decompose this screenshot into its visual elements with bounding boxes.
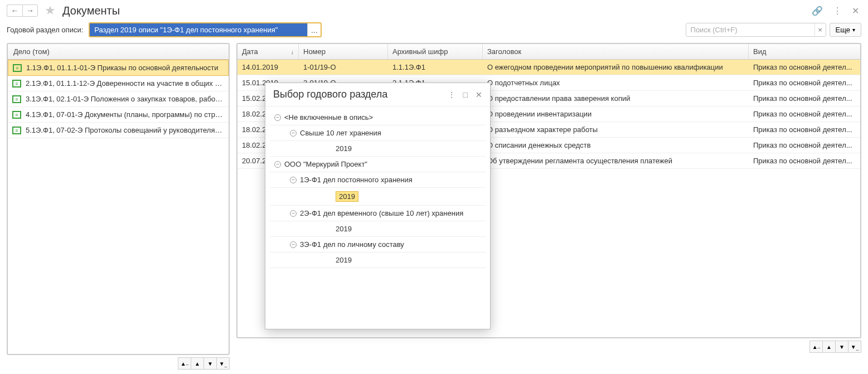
th-shifr[interactable]: Архивный шифр — [388, 44, 483, 59]
list-item-label: 5.1Э.Ф1, 07-02-Э Протоколы совещаний у р… — [26, 126, 224, 134]
cell-vid: Приказ по основной деятел... — [749, 106, 860, 122]
list-item-label: 1.1Э.Ф1, 01.1.1-01-Э Приказы по основной… — [26, 64, 219, 72]
cell-shifr: 1.1.1Э.Ф1 — [388, 60, 483, 75]
tree-label: 2019 — [336, 144, 352, 153]
pager-first-r[interactable]: ▲_ — [809, 341, 823, 353]
dialog-tree: –<Не включенные в опись>–Свыше 10 лет хр… — [265, 106, 490, 271]
tree-row[interactable]: –Свыше 10 лет хранения — [270, 125, 486, 141]
pager-down-r[interactable]: ▼ — [835, 341, 848, 353]
cell-title: О проведении инвентаризации — [483, 106, 749, 122]
folder-icon: ≡ — [12, 111, 21, 119]
left-list: ≡1.1Э.Ф1, 01.1.1-01-Э Приказы по основно… — [8, 60, 229, 354]
folder-icon: ≡ — [13, 64, 22, 72]
pager-down[interactable]: ▼ — [203, 357, 217, 370]
th-num[interactable]: Номер — [299, 44, 388, 59]
tree-row[interactable]: –2Э-Ф1 дел временного (свыше 10 лет) хра… — [270, 206, 486, 221]
tree-row[interactable]: –1Э-Ф1 дел постоянного хранения — [270, 172, 486, 188]
cell-num: 1-01/19-О — [299, 60, 388, 75]
selector-label: Годовой раздел описи: — [7, 26, 83, 34]
tree-collapse-icon[interactable]: – — [290, 241, 297, 248]
folder-icon: ≡ — [12, 95, 21, 103]
tree-row[interactable]: –ООО "Меркурий Проект" — [270, 157, 486, 172]
tree-row[interactable]: 2019 — [270, 252, 486, 268]
dialog-kebab-icon[interactable]: ⋮ — [448, 90, 455, 99]
list-item-label: 4.1Э.Ф1, 07-01-Э Документы (планы, прогр… — [26, 110, 224, 119]
year-section-input[interactable] — [90, 23, 307, 36]
tree-collapse-icon[interactable]: – — [290, 210, 297, 217]
close-icon[interactable]: ✕ — [850, 4, 861, 17]
nav-back-button[interactable]: ← — [7, 4, 22, 17]
dialog-header: Выбор годового раздела ⋮ □ ✕ — [265, 83, 490, 106]
tree-label: 2Э-Ф1 дел временного (свыше 10 лет) хран… — [300, 209, 463, 217]
year-section-open-btn[interactable]: ... — [307, 23, 321, 36]
favorite-star-icon[interactable]: ★ — [45, 3, 56, 18]
tree-row[interactable]: –3Э-Ф1 дел по личному составу — [270, 237, 486, 252]
cell-vid: Приказ по основной деятел... — [749, 138, 860, 153]
tree-row[interactable]: 2019 — [270, 221, 486, 237]
tree-label: 2019 — [336, 256, 352, 264]
cell-title: О ежегодном проведении мероприятий по по… — [483, 60, 749, 75]
left-list-header[interactable]: Дело (том) — [8, 44, 229, 60]
th-title[interactable]: Заголовок — [483, 44, 749, 59]
list-item[interactable]: ≡2.1Э.Ф1, 01.1.1-12-Э Доверенности на уч… — [8, 76, 229, 91]
cell-vid: Приказ по основной деятел... — [749, 122, 860, 137]
year-section-dialog: Выбор годового раздела ⋮ □ ✕ –<Не включе… — [265, 82, 491, 329]
tree-row[interactable]: –<Не включенные в опись> — [270, 110, 486, 125]
pager-up[interactable]: ▲ — [191, 357, 204, 370]
left-panel: Дело (том) ≡1.1Э.Ф1, 01.1.1-01-Э Приказы… — [7, 43, 230, 355]
toolbar: Годовой раздел описи: ... × Еще ▾ — [0, 20, 868, 43]
dialog-title: Выбор годового раздела — [273, 89, 387, 100]
cell-vid: Приказ по основной деятел... — [749, 60, 860, 75]
list-item[interactable]: ≡3.1Э.Ф1, 02.1-01-Э Положения о закупках… — [8, 91, 229, 107]
chevron-down-icon: ▾ — [852, 27, 855, 33]
cell-title: О предоставлении права заверения копий — [483, 91, 749, 106]
link-icon[interactable]: 🔗 — [809, 4, 825, 17]
dialog-close-icon[interactable]: ✕ — [476, 90, 482, 99]
table-header: Дата ↓ Номер Архивный шифр Заголовок Вид — [237, 44, 860, 60]
search-input[interactable] — [686, 23, 814, 36]
search-clear-button[interactable]: × — [814, 23, 826, 36]
tree-label: Свыше 10 лет хранения — [300, 129, 381, 137]
pager-up-r[interactable]: ▲ — [822, 341, 836, 353]
th-date[interactable]: Дата ↓ — [237, 44, 299, 59]
list-item-label: 2.1Э.Ф1, 01.1.1-12-Э Доверенности на уча… — [26, 79, 224, 88]
tree-collapse-icon[interactable]: – — [274, 114, 281, 121]
cell-title: О подотчетных лицах — [483, 75, 749, 90]
cell-date: 14.01.2019 — [237, 60, 299, 75]
pager-last-r[interactable]: ▼_ — [848, 341, 861, 353]
page-title: Документы — [62, 4, 120, 17]
list-item[interactable]: ≡4.1Э.Ф1, 07-01-Э Документы (планы, прог… — [8, 107, 229, 123]
cell-title: О списании денежных средств — [483, 138, 749, 153]
tree-label: 1Э-Ф1 дел постоянного хранения — [300, 176, 413, 184]
list-item[interactable]: ≡1.1Э.Ф1, 01.1.1-01-Э Приказы по основно… — [8, 60, 229, 76]
cell-title: Об утверждении регламента осуществления … — [483, 153, 749, 168]
dialog-maximize-icon[interactable]: □ — [463, 90, 468, 99]
tree-label: 2019 — [336, 191, 358, 202]
cell-vid: Приказ по основной деятел... — [749, 153, 860, 168]
nav-forward-button[interactable]: → — [22, 4, 38, 17]
sort-arrow-icon: ↓ — [291, 48, 294, 55]
table-row[interactable]: 14.01.20191-01/19-О1.1.1Э.Ф1О ежегодном … — [237, 60, 860, 75]
year-section-selector[interactable]: ... — [89, 22, 322, 37]
tree-row[interactable]: 2019 — [270, 188, 486, 206]
pager-first[interactable]: ▲_ — [178, 357, 191, 370]
header-bar: ← → ★ Документы 🔗 ⋮ ✕ — [0, 0, 868, 20]
search-box[interactable]: × — [686, 23, 826, 37]
folder-icon: ≡ — [12, 80, 21, 88]
tree-collapse-icon[interactable]: – — [290, 130, 297, 137]
tree-collapse-icon[interactable]: – — [290, 177, 297, 183]
list-item-label: 3.1Э.Ф1, 02.1-01-Э Положения о закупках … — [26, 95, 224, 103]
cell-vid: Приказ по основной деятел... — [749, 75, 860, 90]
more-button[interactable]: Еще ▾ — [830, 23, 861, 37]
pager-last[interactable]: ▼_ — [216, 357, 230, 370]
list-item[interactable]: ≡5.1Э.Ф1, 07-02-Э Протоколы совещаний у … — [8, 123, 229, 138]
tree-label: 3Э-Ф1 дел по личному составу — [300, 240, 404, 249]
kebab-icon[interactable]: ⋮ — [831, 4, 844, 17]
tree-row[interactable]: 2019 — [270, 141, 486, 157]
tree-label: ООО "Меркурий Проект" — [284, 160, 367, 168]
folder-icon: ≡ — [12, 127, 21, 134]
tree-collapse-icon[interactable]: – — [274, 161, 281, 168]
cell-vid: Приказ по основной деятел... — [749, 91, 860, 106]
cell-title: О разъездном характере работы — [483, 122, 749, 137]
th-vid[interactable]: Вид — [749, 44, 860, 59]
